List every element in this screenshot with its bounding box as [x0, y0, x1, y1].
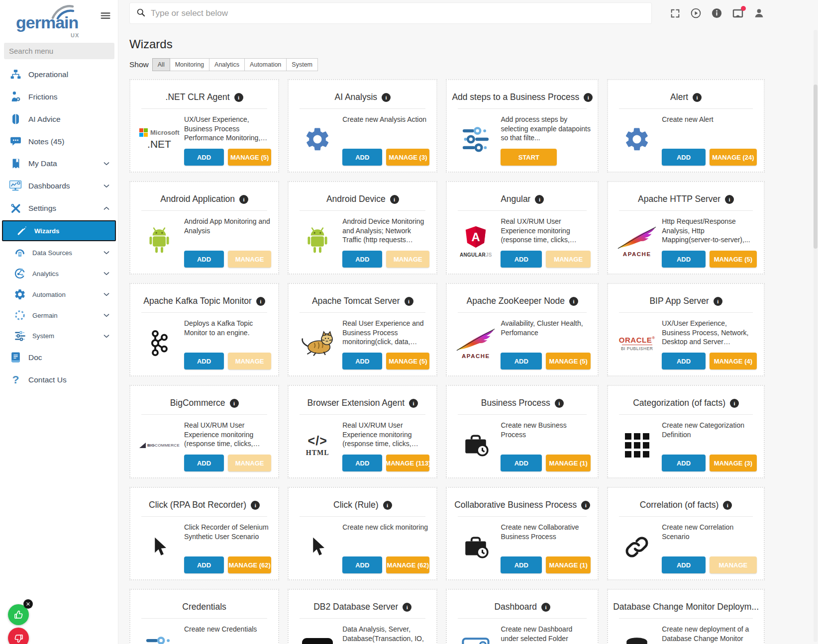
sidebar-item-doc[interactable]: Doc — [0, 346, 118, 368]
info-icon[interactable]: i — [584, 93, 593, 102]
info-icon[interactable]: i — [403, 603, 411, 612]
info-icon[interactable]: i — [390, 195, 399, 204]
start-button[interactable]: START — [501, 149, 557, 166]
tab-analytics[interactable]: Analytics — [209, 58, 245, 71]
manage-button[interactable]: MANAGE (5) — [386, 353, 429, 369]
global-search-input[interactable] — [151, 8, 645, 18]
add-button[interactable]: ADD — [501, 353, 542, 369]
sidebar-item-data-sources[interactable]: Data Sources — [0, 242, 118, 263]
global-search[interactable] — [129, 2, 652, 24]
manage-button[interactable]: MANAGE (5) — [546, 353, 591, 369]
sidebar-item-automation[interactable]: Automation — [0, 284, 118, 305]
chevron-down-icon[interactable] — [102, 159, 111, 168]
info-icon[interactable]: i — [555, 399, 564, 408]
add-button[interactable]: ADD — [342, 149, 382, 166]
add-button[interactable]: ADD — [184, 556, 224, 573]
tab-monitoring[interactable]: Monitoring — [170, 58, 209, 71]
info-icon[interactable]: i — [535, 195, 544, 204]
manage-button[interactable]: MANAGE (24) — [710, 149, 757, 166]
tab-automation[interactable]: Automation — [244, 58, 287, 71]
info-icon[interactable]: i — [382, 93, 391, 102]
add-button[interactable]: ADD — [184, 455, 224, 471]
add-button[interactable]: ADD — [662, 149, 706, 166]
sidebar-item-operational[interactable]: Operational — [0, 63, 118, 86]
manage-button[interactable]: MANAGE (5) — [228, 149, 271, 166]
info-icon[interactable]: i — [405, 297, 413, 306]
manage-button[interactable]: MANAGE — [546, 251, 591, 268]
scrollbar-thumb[interactable] — [814, 85, 818, 249]
add-button[interactable]: ADD — [184, 353, 224, 369]
sidebar-item-wizards[interactable]: Wizards — [2, 220, 116, 241]
manage-button[interactable]: MANAGE — [386, 251, 429, 268]
manage-button[interactable]: MANAGE (1) — [546, 455, 591, 471]
chevron-down-icon[interactable] — [102, 332, 111, 341]
sidebar-item-settings[interactable]: Settings — [0, 197, 118, 219]
info-icon[interactable]: i — [723, 501, 732, 510]
scrollbar-track[interactable] — [814, 30, 818, 642]
add-button[interactable]: ADD — [501, 455, 542, 471]
add-button[interactable]: ADD — [662, 455, 706, 471]
menu-toggle-icon[interactable] — [99, 9, 112, 24]
info-icon[interactable]: i — [383, 501, 392, 510]
sidebar-item-my-data[interactable]: My Data — [0, 153, 118, 175]
sidebar-search-input[interactable] — [4, 43, 114, 59]
tab-system[interactable]: System — [286, 58, 318, 71]
tab-all[interactable]: All — [152, 58, 170, 71]
manage-button[interactable]: MANAGE (4) — [710, 353, 757, 369]
close-icon[interactable] — [23, 599, 33, 609]
chevron-down-icon[interactable] — [102, 290, 111, 299]
info-icon[interactable]: i — [730, 399, 739, 408]
info-icon[interactable]: i — [409, 399, 418, 408]
sidebar-item-frictions[interactable]: Frictions — [0, 86, 118, 108]
chevron-up-icon[interactable] — [102, 204, 111, 213]
manage-button[interactable]: MANAGE (1) — [546, 556, 591, 573]
info-icon[interactable]: i — [239, 195, 248, 204]
sidebar-item-notes-45[interactable]: Notes (45) — [0, 130, 118, 153]
chevron-down-icon[interactable] — [102, 248, 111, 257]
manage-button[interactable]: MANAGE (5) — [710, 251, 757, 268]
play-circle-icon[interactable] — [690, 7, 702, 19]
add-button[interactable]: ADD — [662, 251, 706, 268]
info-icon[interactable]: i — [693, 93, 702, 102]
add-button[interactable]: ADD — [501, 556, 542, 573]
germain-logo[interactable]: germain UX — [16, 13, 78, 32]
manage-button[interactable]: MANAGE — [710, 556, 757, 573]
info-icon[interactable]: i — [256, 297, 265, 306]
info-icon[interactable]: i — [251, 501, 260, 510]
manage-button[interactable]: MANAGE (3) — [386, 149, 429, 166]
manage-button[interactable]: MANAGE (113) — [386, 455, 429, 471]
info-icon[interactable]: i — [230, 399, 239, 408]
add-button[interactable]: ADD — [342, 353, 382, 369]
chevron-down-icon[interactable] — [102, 311, 111, 320]
info-icon[interactable]: i — [569, 297, 578, 306]
add-button[interactable]: ADD — [184, 149, 224, 166]
sidebar-item-ai-advice[interactable]: AI Advice — [0, 108, 118, 130]
screen-share-icon[interactable] — [732, 7, 744, 19]
sidebar-item-germain[interactable]: Germain — [0, 305, 118, 326]
sidebar-item-dashboards[interactable]: Dashboards — [0, 175, 118, 197]
add-button[interactable]: ADD — [662, 353, 706, 369]
fullscreen-icon[interactable] — [670, 8, 681, 19]
add-button[interactable]: ADD — [184, 251, 224, 268]
add-button[interactable]: ADD — [342, 251, 382, 268]
info-icon[interactable]: i — [581, 501, 590, 510]
add-button[interactable]: ADD — [662, 556, 706, 573]
chevron-down-icon[interactable] — [102, 269, 111, 278]
info-icon[interactable]: i — [725, 195, 734, 204]
manage-button[interactable]: MANAGE (62) — [386, 556, 429, 573]
sidebar-item-contact-us[interactable]: ?Contact Us — [0, 368, 118, 391]
manage-button[interactable]: MANAGE (62) — [228, 556, 271, 573]
manage-button[interactable]: MANAGE — [228, 251, 271, 268]
chevron-down-icon[interactable] — [102, 182, 111, 190]
manage-button[interactable]: MANAGE — [228, 353, 271, 369]
manage-button[interactable]: MANAGE — [228, 455, 271, 471]
info-icon[interactable]: i — [714, 297, 722, 306]
sidebar-item-system[interactable]: System — [0, 326, 118, 346]
add-button[interactable]: ADD — [342, 455, 382, 471]
user-icon[interactable] — [753, 7, 765, 19]
add-button[interactable]: ADD — [501, 251, 542, 268]
add-button[interactable]: ADD — [342, 556, 382, 573]
info-icon[interactable]: i — [541, 603, 550, 612]
sidebar-item-analytics[interactable]: Analytics — [0, 263, 118, 284]
manage-button[interactable]: MANAGE (3) — [710, 455, 757, 471]
